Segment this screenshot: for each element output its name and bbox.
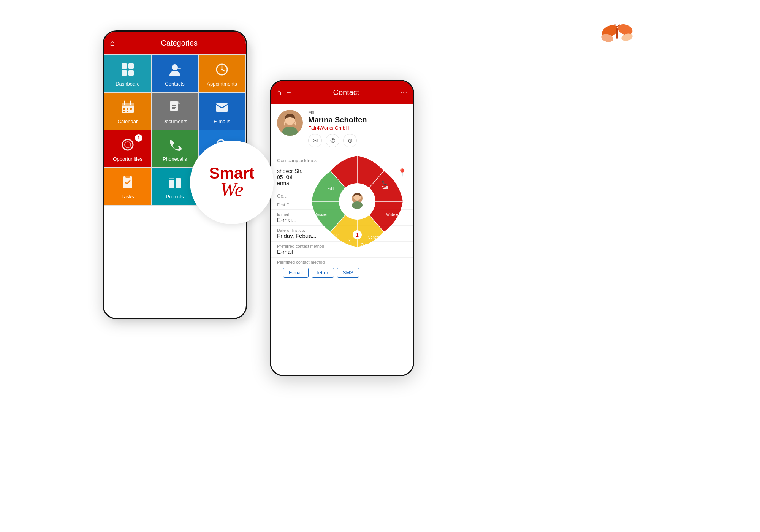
grid-item-documents[interactable]: Documents <box>152 93 198 130</box>
tags-row: E-mail letter SMS <box>277 264 407 281</box>
calendar-label: Calendar <box>118 119 138 124</box>
tasks-label: Tasks <box>121 194 134 200</box>
svg-text:Create...: Create... <box>327 233 342 237</box>
documents-label: Documents <box>162 119 187 124</box>
svg-rect-32 <box>169 180 174 188</box>
phone1-header: ⌂ Categories <box>104 32 246 54</box>
emails-label: E-mails <box>214 119 230 124</box>
contact-salutation: Ms. <box>308 110 407 115</box>
home-icon[interactable]: ⌂ <box>110 38 115 48</box>
svg-text:Schedu...: Schedu... <box>368 235 384 239</box>
svg-text:Edit: Edit <box>327 187 334 191</box>
svg-text:1: 1 <box>356 232 358 238</box>
dashboard-icon <box>119 60 137 79</box>
svg-rect-15 <box>123 108 125 110</box>
opportunities-label: Opportunities <box>113 156 142 162</box>
phonecalls-label: Phonecalls <box>163 156 187 162</box>
projects-icon <box>166 173 184 192</box>
contacts-label: Contacts <box>165 81 184 87</box>
categories-title: Categories <box>119 39 240 48</box>
svg-text:Opportunity: Opportunity <box>361 243 380 247</box>
contacts-icon <box>166 60 184 79</box>
phone2-back-icon[interactable]: ← <box>285 89 292 97</box>
tag-letter[interactable]: letter <box>312 268 334 278</box>
svg-rect-17 <box>130 108 132 110</box>
appointments-icon <box>213 60 231 79</box>
svg-point-26 <box>122 139 133 150</box>
address-postal: 05 Köl <box>277 174 292 180</box>
calendar-icon <box>119 98 137 116</box>
svg-text:⑴: ⑴ <box>348 239 352 243</box>
svg-rect-33 <box>176 178 181 188</box>
emails-icon <box>213 98 231 116</box>
grid-item-phonecalls[interactable]: Phonecalls <box>152 130 198 167</box>
contact-company: Fair4Works GmbH <box>308 125 407 131</box>
butterfly-orange-icon <box>600 23 635 49</box>
svg-rect-31 <box>125 176 130 178</box>
svg-text:Dossier: Dossier <box>314 212 328 217</box>
svg-line-10 <box>222 70 225 71</box>
smartwe-logo: Smart We <box>190 141 274 224</box>
tasks-icon <box>119 173 137 192</box>
svg-rect-6 <box>177 70 180 70</box>
phone2-title: Contact <box>296 88 396 97</box>
phone2-menu-icon[interactable]: ··· <box>401 89 408 96</box>
svg-rect-12 <box>122 103 134 106</box>
svg-rect-3 <box>128 70 134 76</box>
opportunities-badge: 1 <box>135 134 142 142</box>
wheel-overlay: 📞 Call Write e-m... Schedu... ⑴ Create..… <box>296 141 418 262</box>
svg-text:📞: 📞 <box>382 180 387 185</box>
svg-point-27 <box>125 142 131 148</box>
grid-item-emails[interactable]: E-mails <box>199 93 245 130</box>
grid-item-contacts[interactable]: Contacts <box>152 55 198 92</box>
opportunities-icon <box>119 136 137 154</box>
documents-icon <box>166 98 184 116</box>
tag-sms[interactable]: SMS <box>337 268 359 278</box>
svg-text:Write e-m...: Write e-m... <box>386 212 405 217</box>
phonecalls-icon <box>166 136 184 154</box>
svg-rect-1 <box>128 63 134 69</box>
avatar <box>277 110 303 136</box>
dashboard-label: Dashboard <box>116 81 140 87</box>
phone2-home-icon[interactable]: ⌂ <box>276 87 281 97</box>
grid-item-calendar[interactable]: Calendar <box>104 93 151 130</box>
grid-item-opportunities[interactable]: 1 Opportunities <box>104 130 151 167</box>
svg-text:Call: Call <box>381 186 388 190</box>
svg-rect-21 <box>178 101 181 104</box>
projects-label: Projects <box>166 194 184 200</box>
svg-rect-0 <box>122 63 127 69</box>
phone2-header: ⌂ ← Contact ··· <box>271 81 413 104</box>
svg-rect-5 <box>177 68 181 69</box>
address-country: erma <box>277 180 289 186</box>
svg-point-4 <box>172 64 178 70</box>
contact-name: Marina Scholten <box>308 115 407 124</box>
svg-point-57 <box>352 201 363 209</box>
svg-rect-2 <box>122 70 127 76</box>
svg-rect-16 <box>127 108 128 110</box>
appointments-label: Appointments <box>207 81 237 87</box>
tag-email[interactable]: E-mail <box>283 268 309 278</box>
grid-item-tasks[interactable]: Tasks <box>104 168 151 205</box>
we-text: We <box>220 180 244 200</box>
svg-point-73 <box>616 27 618 40</box>
grid-item-appointments[interactable]: Appointments <box>199 55 245 92</box>
svg-rect-19 <box>127 111 128 112</box>
grid-item-dashboard[interactable]: Dashboard <box>104 55 151 92</box>
svg-rect-18 <box>123 111 125 112</box>
